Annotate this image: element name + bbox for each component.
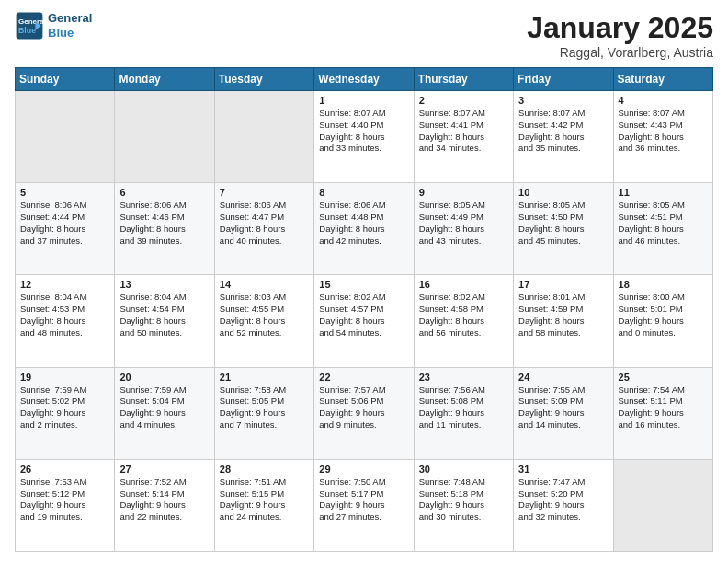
calendar-cell: 31Sunrise: 7:47 AMSunset: 5:20 PMDayligh… xyxy=(514,459,613,551)
calendar-cell: 10Sunrise: 8:05 AMSunset: 4:50 PMDayligh… xyxy=(514,183,613,275)
day-info: Sunrise: 8:06 AMSunset: 4:48 PMDaylight:… xyxy=(319,200,408,247)
calendar-cell: 4Sunrise: 8:07 AMSunset: 4:43 PMDaylight… xyxy=(613,91,712,183)
weekday-header-tuesday: Tuesday xyxy=(214,68,313,91)
calendar-cell: 11Sunrise: 8:05 AMSunset: 4:51 PMDayligh… xyxy=(613,183,712,275)
day-number: 29 xyxy=(319,464,408,475)
day-number: 18 xyxy=(619,279,708,290)
day-number: 15 xyxy=(319,279,408,290)
svg-text:Blue: Blue xyxy=(18,26,36,35)
day-info: Sunrise: 8:07 AMSunset: 4:43 PMDaylight:… xyxy=(619,108,708,155)
calendar-cell: 20Sunrise: 7:59 AMSunset: 5:04 PMDayligh… xyxy=(115,367,214,459)
calendar-cell: 16Sunrise: 8:02 AMSunset: 4:58 PMDayligh… xyxy=(414,275,513,367)
day-number: 26 xyxy=(20,464,109,475)
weekday-header-wednesday: Wednesday xyxy=(314,68,414,91)
calendar-table: SundayMondayTuesdayWednesdayThursdayFrid… xyxy=(15,67,713,552)
day-info: Sunrise: 7:48 AMSunset: 5:18 PMDaylight:… xyxy=(419,477,508,523)
weekday-header-monday: Monday xyxy=(115,68,214,91)
calendar-cell: 14Sunrise: 8:03 AMSunset: 4:55 PMDayligh… xyxy=(214,275,313,367)
calendar-cell: 8Sunrise: 8:06 AMSunset: 4:48 PMDaylight… xyxy=(314,183,414,275)
day-info: Sunrise: 7:47 AMSunset: 5:20 PMDaylight:… xyxy=(518,477,608,523)
day-info: Sunrise: 8:01 AMSunset: 4:59 PMDaylight:… xyxy=(518,292,608,339)
weekday-header-friday: Friday xyxy=(514,68,613,91)
day-info: Sunrise: 8:07 AMSunset: 4:42 PMDaylight:… xyxy=(518,108,608,155)
weekday-header-row: SundayMondayTuesdayWednesdayThursdayFrid… xyxy=(16,68,713,91)
day-info: Sunrise: 8:06 AMSunset: 4:44 PMDaylight:… xyxy=(20,200,109,247)
logo-icon: General Blue xyxy=(15,11,44,40)
day-info: Sunrise: 7:56 AMSunset: 5:08 PMDaylight:… xyxy=(419,385,508,431)
day-number: 25 xyxy=(619,372,708,383)
calendar-cell: 28Sunrise: 7:51 AMSunset: 5:15 PMDayligh… xyxy=(214,459,313,551)
day-number: 20 xyxy=(119,372,209,383)
calendar-cell: 13Sunrise: 8:04 AMSunset: 4:54 PMDayligh… xyxy=(115,275,214,367)
day-number: 12 xyxy=(20,279,109,290)
location: Raggal, Vorarlberg, Austria xyxy=(527,45,713,60)
day-info: Sunrise: 8:05 AMSunset: 4:49 PMDaylight:… xyxy=(419,200,508,247)
day-number: 6 xyxy=(119,187,209,198)
day-number: 17 xyxy=(518,279,608,290)
day-info: Sunrise: 8:06 AMSunset: 4:46 PMDaylight:… xyxy=(119,200,209,247)
day-info: Sunrise: 8:05 AMSunset: 4:50 PMDaylight:… xyxy=(518,200,608,247)
calendar-cell: 27Sunrise: 7:52 AMSunset: 5:14 PMDayligh… xyxy=(115,459,214,551)
day-info: Sunrise: 7:51 AMSunset: 5:15 PMDaylight:… xyxy=(220,477,309,523)
calendar-week-row: 5Sunrise: 8:06 AMSunset: 4:44 PMDaylight… xyxy=(16,183,713,275)
logo-text-general: General xyxy=(48,11,92,26)
calendar-cell: 23Sunrise: 7:56 AMSunset: 5:08 PMDayligh… xyxy=(414,367,513,459)
day-number: 19 xyxy=(20,372,109,383)
day-info: Sunrise: 8:03 AMSunset: 4:55 PMDaylight:… xyxy=(220,292,309,339)
header: General Blue General Blue January 2025 R… xyxy=(15,11,713,60)
day-info: Sunrise: 7:54 AMSunset: 5:11 PMDaylight:… xyxy=(619,385,708,431)
day-number: 22 xyxy=(319,372,408,383)
calendar-cell: 24Sunrise: 7:55 AMSunset: 5:09 PMDayligh… xyxy=(514,367,613,459)
day-number: 21 xyxy=(220,372,309,383)
day-number: 9 xyxy=(419,187,508,198)
day-info: Sunrise: 8:02 AMSunset: 4:57 PMDaylight:… xyxy=(319,292,408,339)
day-number: 13 xyxy=(119,279,209,290)
calendar-week-row: 12Sunrise: 8:04 AMSunset: 4:53 PMDayligh… xyxy=(16,275,713,367)
calendar-cell: 19Sunrise: 7:59 AMSunset: 5:02 PMDayligh… xyxy=(16,367,115,459)
calendar-cell xyxy=(16,91,115,183)
day-info: Sunrise: 7:53 AMSunset: 5:12 PMDaylight:… xyxy=(20,477,109,523)
calendar-cell: 2Sunrise: 8:07 AMSunset: 4:41 PMDaylight… xyxy=(414,91,513,183)
day-info: Sunrise: 7:58 AMSunset: 5:05 PMDaylight:… xyxy=(220,385,309,431)
day-number: 16 xyxy=(419,279,508,290)
calendar-cell: 1Sunrise: 8:07 AMSunset: 4:40 PMDaylight… xyxy=(314,91,414,183)
day-info: Sunrise: 7:50 AMSunset: 5:17 PMDaylight:… xyxy=(319,477,408,523)
day-info: Sunrise: 7:52 AMSunset: 5:14 PMDaylight:… xyxy=(119,477,209,523)
calendar-cell: 25Sunrise: 7:54 AMSunset: 5:11 PMDayligh… xyxy=(613,367,712,459)
day-number: 5 xyxy=(20,187,109,198)
title-block: January 2025 Raggal, Vorarlberg, Austria xyxy=(527,11,713,60)
day-number: 7 xyxy=(220,187,309,198)
weekday-header-thursday: Thursday xyxy=(414,68,513,91)
day-number: 3 xyxy=(518,95,608,106)
svg-text:General: General xyxy=(18,17,44,26)
logo-text-blue: Blue xyxy=(48,26,92,40)
day-info: Sunrise: 8:05 AMSunset: 4:51 PMDaylight:… xyxy=(619,200,708,247)
day-info: Sunrise: 8:04 AMSunset: 4:54 PMDaylight:… xyxy=(119,292,209,339)
day-info: Sunrise: 7:55 AMSunset: 5:09 PMDaylight:… xyxy=(518,385,608,431)
calendar-cell xyxy=(613,459,712,551)
calendar-cell: 29Sunrise: 7:50 AMSunset: 5:17 PMDayligh… xyxy=(314,459,414,551)
calendar-cell: 22Sunrise: 7:57 AMSunset: 5:06 PMDayligh… xyxy=(314,367,414,459)
day-number: 4 xyxy=(619,95,708,106)
weekday-header-saturday: Saturday xyxy=(613,68,712,91)
day-info: Sunrise: 8:04 AMSunset: 4:53 PMDaylight:… xyxy=(20,292,109,339)
day-number: 8 xyxy=(319,187,408,198)
day-number: 2 xyxy=(419,95,508,106)
calendar-cell xyxy=(214,91,313,183)
calendar-cell: 26Sunrise: 7:53 AMSunset: 5:12 PMDayligh… xyxy=(16,459,115,551)
day-info: Sunrise: 7:59 AMSunset: 5:04 PMDaylight:… xyxy=(119,385,209,431)
day-number: 27 xyxy=(119,464,209,475)
calendar-cell: 3Sunrise: 8:07 AMSunset: 4:42 PMDaylight… xyxy=(514,91,613,183)
day-number: 24 xyxy=(518,372,608,383)
day-number: 28 xyxy=(220,464,309,475)
calendar-cell: 7Sunrise: 8:06 AMSunset: 4:47 PMDaylight… xyxy=(214,183,313,275)
calendar-week-row: 19Sunrise: 7:59 AMSunset: 5:02 PMDayligh… xyxy=(16,367,713,459)
calendar-week-row: 26Sunrise: 7:53 AMSunset: 5:12 PMDayligh… xyxy=(16,459,713,551)
day-info: Sunrise: 8:06 AMSunset: 4:47 PMDaylight:… xyxy=(220,200,309,247)
day-number: 23 xyxy=(419,372,508,383)
day-number: 30 xyxy=(419,464,508,475)
calendar-cell: 21Sunrise: 7:58 AMSunset: 5:05 PMDayligh… xyxy=(214,367,313,459)
page: General Blue General Blue January 2025 R… xyxy=(0,0,728,563)
calendar-cell: 30Sunrise: 7:48 AMSunset: 5:18 PMDayligh… xyxy=(414,459,513,551)
day-info: Sunrise: 7:57 AMSunset: 5:06 PMDaylight:… xyxy=(319,385,408,431)
